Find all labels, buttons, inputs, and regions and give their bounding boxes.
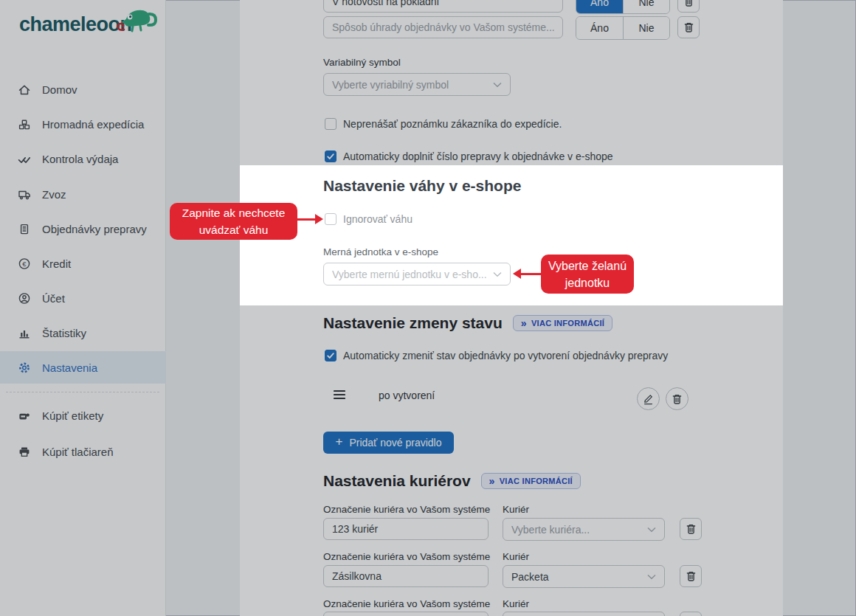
auto-status-checkbox-row[interactable]: Automaticky zmeniť stav objednávky po vy…	[325, 350, 668, 361]
sidebar-item-hromadna-expedicia[interactable]: Hromadná expedícia	[0, 108, 166, 140]
boxes-icon	[18, 118, 31, 131]
printer-icon	[18, 446, 31, 458]
checkbox-label: Automaticky zmeniť stav objednávky po vy…	[343, 350, 668, 361]
bar-chart-icon	[18, 327, 31, 339]
sidebar-item-label: Domov	[42, 83, 77, 96]
check-icon	[326, 351, 335, 360]
delete-payment-row-button-1[interactable]	[677, 0, 700, 13]
callout-ignore-weight: Zapnite ak nechcete uvádzať váhu	[170, 203, 297, 240]
couriers-section-header: Nastavenia kuriérov » VIAC INFORMÁCIÍ	[323, 472, 581, 490]
sidebar-item-kupit-etikety[interactable]: Kúpiť etikety	[0, 399, 166, 432]
no-button[interactable]: Nie	[623, 17, 669, 39]
add-rule-label: Pridať nové pravidlo	[349, 437, 441, 449]
logo[interactable]: chameleoon	[19, 13, 132, 36]
delete-courier-row-button[interactable]	[680, 518, 702, 540]
autofill-tracking-checkbox-row[interactable]: Automaticky doplniť číslo prepravy k obj…	[325, 150, 613, 162]
courier-select[interactable]	[503, 612, 665, 616]
select-placeholder: Vyberte vyriabilný symbol	[332, 79, 449, 91]
delete-courier-row-button[interactable]	[680, 612, 702, 616]
yes-button[interactable]: Áno	[576, 0, 623, 13]
callout-arrow-line	[296, 218, 316, 221]
unit-select[interactable]: Vyberte mernú jednotku v e-sho...	[323, 263, 511, 285]
callout-line: Vyberte želanú	[541, 257, 634, 274]
checkbox-unchecked[interactable]	[325, 213, 336, 225]
sidebar-item-statistiky[interactable]: Štatistiky	[0, 316, 166, 349]
more-info-badge[interactable]: » VIAC INFORMÁCIÍ	[481, 473, 581, 489]
sidebar-item-nastavenia[interactable]: Nastavenia	[0, 351, 166, 384]
sidebar-item-ucet[interactable]: Účet	[0, 282, 166, 314]
payment-method-input-2[interactable]	[323, 16, 563, 38]
checkbox-checked[interactable]	[325, 350, 336, 361]
cod-toggle-group-1: Áno Nie	[576, 0, 670, 14]
double-chevron-icon: »	[521, 319, 527, 327]
more-info-label: VIAC INFORMÁCIÍ	[531, 319, 604, 328]
sidebar-item-label: Kontrola výdaja	[42, 153, 118, 165]
no-button[interactable]: Nie	[623, 0, 669, 13]
courier-system-label: Označenie kuriéra vo Vašom systéme	[323, 504, 490, 515]
chevron-down-icon	[493, 271, 502, 277]
sidebar-item-label: Kúpiť etikety	[42, 409, 103, 422]
courier-label: Kuriér	[503, 598, 529, 609]
courier-system-input[interactable]	[323, 612, 489, 616]
delete-rule-button[interactable]	[666, 387, 688, 410]
courier-system-input[interactable]	[323, 565, 489, 587]
edit-rule-button[interactable]	[637, 387, 660, 410]
checkbox-unchecked[interactable]	[325, 118, 336, 130]
pencil-icon	[643, 393, 654, 405]
sidebar-item-domov[interactable]: Domov	[0, 73, 166, 105]
sidebar-item-label: Štatistiky	[42, 327, 86, 339]
double-chevron-icon: »	[489, 477, 495, 485]
sidebar-item-label: Kúpiť tlačiareň	[42, 446, 114, 458]
trash-icon	[686, 570, 697, 582]
more-info-badge[interactable]: » VIAC INFORMÁCIÍ	[513, 315, 612, 331]
callout-arrow-line	[521, 273, 542, 275]
status-section-title: Nastavenie zmeny stavu	[323, 314, 503, 332]
unit-label: Merná jednotka v e-shope	[323, 246, 438, 257]
select-placeholder: Vyberte kuriéra...	[511, 524, 590, 536]
add-rule-button[interactable]: + Pridať nové pravidlo	[323, 432, 454, 454]
sidebar-item-objednavky-prepravy[interactable]: Objednávky prepravy	[0, 212, 166, 245]
yes-button[interactable]: Áno	[576, 17, 623, 39]
payment-method-input-1[interactable]	[323, 0, 563, 13]
callout-line: jednotku	[541, 274, 634, 291]
euro-icon: €	[18, 257, 31, 270]
trash-icon	[672, 393, 683, 405]
select-value: Packeta	[511, 571, 549, 583]
chameleon-icon	[102, 3, 159, 37]
courier-select[interactable]: Vyberte kuriéra...	[503, 518, 665, 541]
sidebar-item-zvoz[interactable]: Zvoz	[0, 178, 166, 210]
select-placeholder: Vyberte mernú jednotku v e-sho...	[332, 269, 487, 280]
truck-icon	[18, 188, 31, 201]
variable-symbol-select[interactable]: Vyberte vyriabilný symbol	[323, 73, 511, 96]
ignore-weight-checkbox-row[interactable]: Ignorovať váhu	[325, 213, 413, 225]
chevron-down-icon	[647, 527, 656, 533]
note-transfer-checkbox-row[interactable]: Neprenášať poznámku zákazníka do expedíc…	[325, 118, 562, 130]
callout-arrowhead-left	[513, 269, 521, 279]
sidebar-item-kupit-tlaciaren[interactable]: Kúpiť tlačiareň	[0, 435, 166, 468]
app-window: chameleoon Domov Hromadná expedícia Kont…	[0, 0, 856, 616]
status-section-header: Nastavenie zmeny stavu » VIAC INFORMÁCIÍ	[323, 314, 612, 332]
delete-payment-row-button-2[interactable]	[677, 16, 700, 38]
courier-system-label: Označenie kuriéra vo Vašom systéme	[323, 551, 490, 562]
trash-icon	[686, 523, 697, 535]
trash-icon	[683, 0, 694, 7]
user-icon	[18, 292, 31, 305]
sidebar-item-kontrola-vydaja[interactable]: Kontrola výdaja	[0, 142, 166, 175]
sidebar-item-label: Kredit	[42, 257, 71, 270]
delete-courier-row-button[interactable]	[680, 565, 702, 587]
sidebar: chameleoon Domov Hromadná expedícia Kont…	[0, 0, 166, 616]
rule-drag-handle[interactable]	[334, 390, 345, 403]
checkbox-label: Neprenášať poznámku zákazníka do expedíc…	[343, 118, 562, 130]
callout-line: Zapnite ak nechcete	[170, 204, 297, 221]
sidebar-item-kredit[interactable]: € Kredit	[0, 247, 166, 280]
rule-name: po vytvorení	[379, 390, 435, 401]
sidebar-item-label: Zvoz	[42, 188, 66, 201]
courier-system-input[interactable]	[323, 518, 489, 540]
checkbox-checked[interactable]	[325, 150, 336, 162]
courier-label: Kuriér	[503, 551, 529, 562]
cod-toggle-group-2: Áno Nie	[576, 16, 670, 40]
courier-select[interactable]: Packeta	[503, 565, 665, 588]
check-icon	[326, 152, 335, 161]
double-check-icon	[18, 153, 31, 165]
label-roll-icon	[18, 409, 31, 422]
